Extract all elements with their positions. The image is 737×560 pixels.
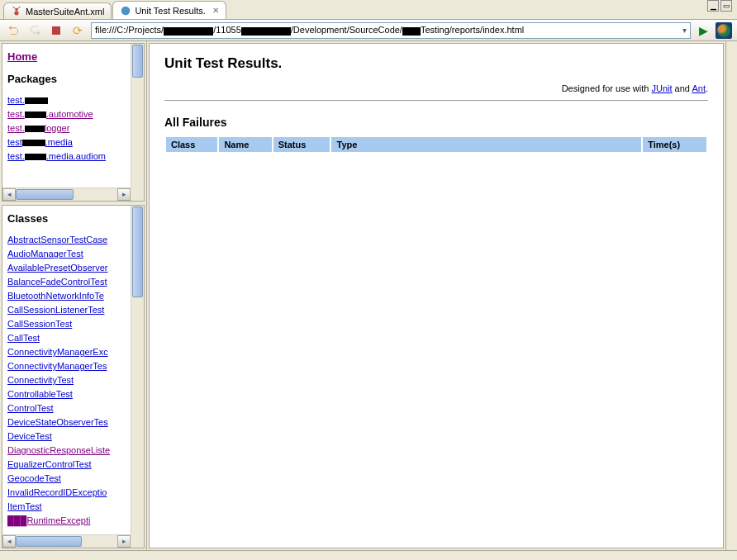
svg-point-0 [14,11,18,15]
table-header-row: Class Name Status Type Time(s) [166,137,706,152]
footer-gutter [0,550,737,560]
pane-controls: ▁ ▭ [707,0,732,12]
class-link[interactable]: ControlTest [7,401,126,415]
class-link[interactable]: EqualizerControlTest [7,458,126,472]
svg-line-3 [18,6,21,8]
scroll-left-button[interactable]: ◂ [2,188,16,201]
class-link[interactable]: AvailablePresetObserver [7,261,126,275]
packages-pane: Home Packages test.test..automotivetest.… [2,43,145,202]
stop-button[interactable] [48,22,64,39]
open-browser-button[interactable] [716,22,732,39]
back-button[interactable]: ⮌ [5,22,21,39]
play-icon: ▶ [699,24,708,37]
class-link[interactable]: DeviceStateObserverTes [7,415,126,429]
address-text: file:///C:/Projects//11055/Development/S… [95,25,682,35]
package-link[interactable]: test..media.audiom [7,149,126,164]
stop-icon [52,26,60,35]
vertical-scrollbar[interactable] [131,44,144,187]
editor-tab-bar: MasterSuiteAnt.xml Unit Test Results. ✕ … [0,0,737,20]
class-link[interactable]: BluetoothNetworkInfoTe [7,289,126,303]
arrow-left-icon: ⮌ [7,24,19,37]
class-link[interactable]: ControllableTest [7,387,126,401]
page-title: Unit Test Results. [164,55,708,72]
globe-icon [120,5,131,17]
packages-heading: Packages [7,73,126,85]
svg-line-2 [13,6,16,8]
class-link[interactable]: ███RuntimeExcepti [7,514,126,528]
package-link[interactable]: test.logger [7,121,126,135]
class-link[interactable]: BalanceFadeControlTest [7,275,126,289]
class-link[interactable]: CallTest [7,331,126,345]
class-link[interactable]: AudioManagerTest [7,247,126,261]
tab-unit-test-results[interactable]: Unit Test Results. ✕ [112,1,226,19]
packages-scroll-area[interactable]: Home Packages test.test..automotivetest.… [2,44,131,187]
divider [164,100,708,101]
col-time: Time(s) [643,137,706,152]
ant-link[interactable]: Ant [692,83,706,93]
address-bar[interactable]: file:///C:/Projects//11055/Development/S… [91,22,691,39]
class-link[interactable]: GeocodeTest [7,472,126,486]
browser-toolbar: ⮌ ⮎ ⟳ file:///C:/Projects//11055/Develop… [0,20,737,41]
go-button[interactable]: ▶ [696,23,711,38]
class-link[interactable]: InvalidRecordIDExceptio [7,486,126,500]
arrow-right-icon: ⮎ [29,24,40,37]
main-content[interactable]: Unit Test Results. Designed for use with… [149,43,724,548]
col-class: Class [166,137,217,152]
class-link[interactable]: CallSessionTest [7,317,126,331]
svg-point-1 [15,7,18,11]
minimize-button[interactable]: ▁ [707,0,719,12]
scroll-left-button[interactable]: ◂ [2,535,16,548]
maximize-button[interactable]: ▭ [720,0,732,12]
horizontal-scrollbar[interactable]: ◂ ▸ [2,187,131,201]
failures-heading: All Failures [164,116,708,129]
scroll-right-button[interactable]: ▸ [117,535,131,548]
home-link[interactable]: Home [7,50,126,63]
tab-label: MasterSuiteAnt.xml [26,7,104,17]
forward-button[interactable]: ⮎ [26,22,43,39]
tab-label: Unit Test Results. [135,6,205,16]
junit-link[interactable]: JUnit [652,83,673,93]
right-gutter [725,41,737,550]
col-status: Status [273,137,330,152]
classes-heading: Classes [7,212,126,225]
class-link[interactable]: ConnectivityManagerTes [7,359,126,373]
address-dropdown-icon[interactable]: ▾ [682,26,687,35]
col-name: Name [219,137,271,152]
svg-point-4 [121,6,131,15]
refresh-icon: ⟳ [73,24,83,37]
close-icon[interactable]: ✕ [212,6,219,15]
refresh-button[interactable]: ⟳ [69,22,86,39]
left-column: Home Packages test.test..automotivetest.… [0,41,147,550]
class-link[interactable]: ConnectivityManagerExc [7,345,126,359]
ant-icon [11,6,22,17]
failures-table: Class Name Status Type Time(s) [164,135,708,154]
class-link[interactable]: ItemTest [7,500,126,514]
vertical-scrollbar[interactable] [131,206,144,534]
scroll-right-button[interactable]: ▸ [117,188,131,201]
class-link[interactable]: ConnectivityTest [7,373,126,387]
package-link[interactable]: test.media [7,135,126,149]
class-link[interactable]: DeviceTest [7,429,126,444]
package-link[interactable]: test..automotive [7,107,126,121]
horizontal-scrollbar[interactable]: ◂ ▸ [2,534,131,548]
classes-pane: Classes AbstractSensorTestCaseAudioManag… [2,205,145,548]
content-area: Home Packages test.test..automotivetest.… [0,41,737,550]
class-link[interactable]: AbstractSensorTestCase [7,233,126,247]
classes-scroll-area[interactable]: Classes AbstractSensorTestCaseAudioManag… [2,206,131,534]
tab-mastersuite[interactable]: MasterSuiteAnt.xml [3,2,112,19]
col-type: Type [331,137,641,152]
design-credit: Designed for use with JUnit and Ant. [164,83,708,93]
class-link[interactable]: DiagnosticResponseListe [7,444,126,458]
package-link[interactable]: test. [7,93,126,107]
class-link[interactable]: CallSessionListenerTest [7,303,126,317]
